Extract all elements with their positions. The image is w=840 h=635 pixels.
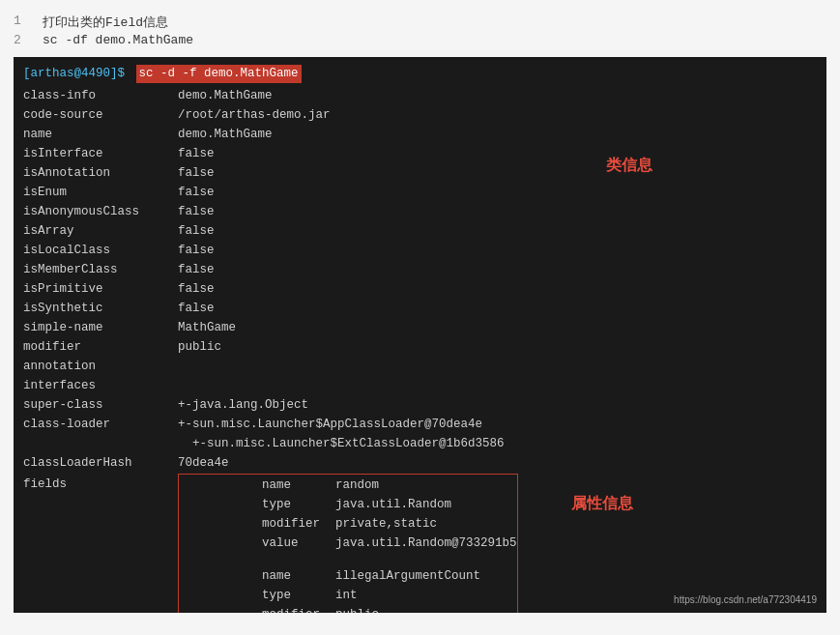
row-classLoaderHash: classLoaderHash 70dea4e [23,454,817,474]
field-illegalArgumentCount: name illegalArgumentCount type int modif… [185,567,517,613]
code-text-2: sc -df demo.MathGame [43,33,193,47]
row-isEnum: isEnum false [23,184,817,203]
class-info-table: class-info demo.MathGame code-source /ro… [23,87,817,613]
field-separator [185,554,517,567]
prompt-dollar [129,65,136,83]
sub-row-type-random: type java.util.Random [262,496,517,515]
line-number-2: 2 [14,33,33,47]
field-random: name random type java.util.Random modifi… [185,476,517,554]
row-isArray: isArray false [23,222,817,242]
watermark: https://blog.csdn.net/a772304419 [674,592,817,608]
terminal: [arthas@4490]$ sc -d -f demo.MathGame cl… [14,57,826,613]
sub-row-type-illegal: type int [262,587,517,606]
row-isInterface: isInterface false [23,145,817,164]
row-class-info: class-info demo.MathGame [23,87,817,106]
row-isAnonymousClass: isAnonymousClass false 类信息 [23,203,817,222]
row-simple-name: simple-name MathGame [23,319,817,338]
row-class-loader: class-loader +-sun.misc.Launcher$AppClas… [23,416,817,435]
line-number-1: 1 [14,14,33,28]
sub-row-name-random: name random [262,476,517,496]
fields-key: fields [23,474,178,494]
sub-row-modifier-random: modifier private,static [262,515,517,534]
prompt-line: [arthas@4490]$ sc -d -f demo.MathGame [23,65,817,83]
code-header: 1 打印出类的Field信息 2 sc -df demo.MathGame [14,10,826,57]
terminal-command: sc -d -f demo.MathGame [136,65,302,83]
class-info-label: 类信息 [606,154,652,178]
row-isLocalClass: isLocalClass false [23,242,817,261]
fields-box: 属性信息 name random type java.util.Random m… [178,474,518,613]
code-line-2: 2 sc -df demo.MathGame [14,33,826,47]
field-info-label: 属性信息 [571,492,633,516]
row-modifier: modifier public [23,338,817,358]
code-line-1: 1 打印出类的Field信息 [14,14,826,31]
page-wrapper: 1 打印出类的Field信息 2 sc -df demo.MathGame [a… [0,0,840,635]
row-interfaces: interfaces [23,377,817,396]
row-isMemberClass: isMemberClass false [23,261,817,280]
sub-row-value-random: value java.util.Random@733291b5 [262,534,517,554]
row-super-class: super-class +-java.lang.Object [23,396,817,416]
row-code-source: code-source /root/arthas-demo.jar [23,106,817,126]
row-isPrimitive: isPrimitive false [23,280,817,300]
row-annotation: annotation [23,358,817,377]
code-text-1: 打印出类的Field信息 [43,14,168,31]
row-name: name demo.MathGame [23,126,817,145]
row-isAnnotation: isAnnotation false [23,164,817,184]
prompt-user: [arthas@4490]$ [23,65,125,83]
row-class-loader-ext: +-sun.misc.Launcher$ExtClassLoader@1b6d3… [23,435,817,454]
sub-row-modifier-illegal: modifier public [262,606,517,613]
row-isSynthetic: isSynthetic false [23,300,817,319]
sub-row-name-illegal: name illegalArgumentCount [262,567,517,587]
